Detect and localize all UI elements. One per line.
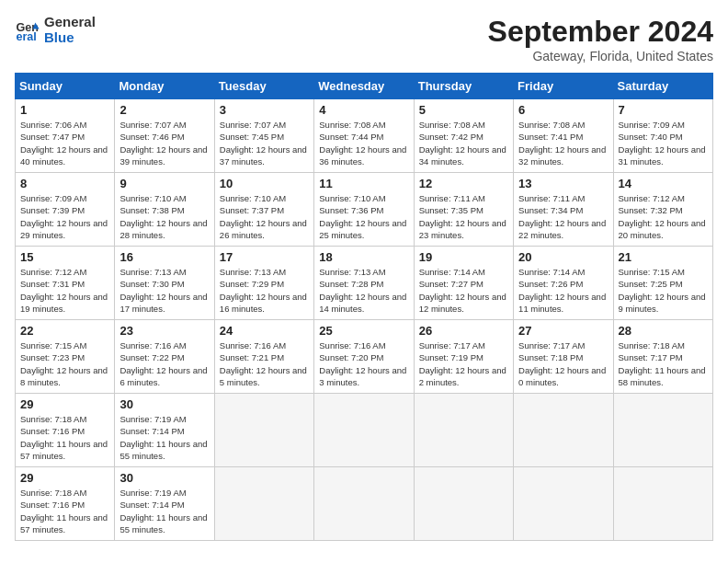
table-row: 6Sunrise: 7:08 AMSunset: 7:41 PMDaylight… bbox=[514, 99, 613, 173]
table-row bbox=[414, 394, 513, 467]
table-row: 26Sunrise: 7:17 AMSunset: 7:19 PMDayligh… bbox=[414, 320, 513, 394]
svg-text:eral: eral bbox=[16, 30, 36, 43]
location: Gateway, Florida, United States bbox=[488, 49, 713, 63]
table-row bbox=[414, 467, 513, 541]
table-row: 14Sunrise: 7:12 AMSunset: 7:32 PMDayligh… bbox=[613, 173, 712, 247]
table-row: 12Sunrise: 7:11 AMSunset: 7:35 PMDayligh… bbox=[414, 173, 513, 247]
table-row: 4Sunrise: 7:08 AMSunset: 7:44 PMDaylight… bbox=[314, 99, 414, 173]
header-sunday: Sunday bbox=[16, 74, 115, 99]
table-row bbox=[613, 467, 712, 541]
table-row: 29Sunrise: 7:18 AMSunset: 7:16 PMDayligh… bbox=[16, 394, 115, 467]
table-row: 19Sunrise: 7:14 AMSunset: 7:27 PMDayligh… bbox=[414, 247, 513, 320]
header-saturday: Saturday bbox=[613, 74, 712, 99]
table-row: 20Sunrise: 7:14 AMSunset: 7:26 PMDayligh… bbox=[514, 247, 613, 320]
header-friday: Friday bbox=[514, 74, 613, 99]
table-row bbox=[214, 394, 313, 467]
calendar-week-row: 29Sunrise: 7:18 AMSunset: 7:16 PMDayligh… bbox=[16, 467, 713, 541]
table-row: 3Sunrise: 7:07 AMSunset: 7:45 PMDaylight… bbox=[214, 99, 313, 173]
table-row: 30Sunrise: 7:19 AMSunset: 7:14 PMDayligh… bbox=[115, 394, 214, 467]
logo-line2: Blue bbox=[44, 30, 96, 46]
table-row: 28Sunrise: 7:18 AMSunset: 7:17 PMDayligh… bbox=[613, 320, 712, 394]
table-row bbox=[514, 467, 613, 541]
calendar-header-row: Sunday Monday Tuesday Wednesday Thursday… bbox=[16, 74, 713, 99]
month-title: September 2024 bbox=[488, 15, 713, 49]
table-row bbox=[514, 394, 613, 467]
logo: Gen eral General Blue bbox=[15, 15, 96, 45]
table-row bbox=[314, 467, 414, 541]
logo-line1: General bbox=[44, 15, 96, 30]
table-row: 24Sunrise: 7:16 AMSunset: 7:21 PMDayligh… bbox=[214, 320, 313, 394]
calendar-week-row: 8Sunrise: 7:09 AMSunset: 7:39 PMDaylight… bbox=[16, 173, 713, 247]
table-row bbox=[314, 394, 414, 467]
table-row: 22Sunrise: 7:15 AMSunset: 7:23 PMDayligh… bbox=[16, 320, 115, 394]
table-row: 21Sunrise: 7:15 AMSunset: 7:25 PMDayligh… bbox=[613, 247, 712, 320]
table-row: 7Sunrise: 7:09 AMSunset: 7:40 PMDaylight… bbox=[613, 99, 712, 173]
calendar-table: Sunday Monday Tuesday Wednesday Thursday… bbox=[15, 73, 713, 541]
table-row: 15Sunrise: 7:12 AMSunset: 7:31 PMDayligh… bbox=[16, 247, 115, 320]
table-row: 18Sunrise: 7:13 AMSunset: 7:28 PMDayligh… bbox=[314, 247, 414, 320]
header-tuesday: Tuesday bbox=[214, 74, 313, 99]
table-row bbox=[613, 394, 712, 467]
header-wednesday: Wednesday bbox=[314, 74, 414, 99]
title-block: September 2024 Gateway, Florida, United … bbox=[488, 15, 713, 63]
header: Gen eral General Blue September 2024 Gat… bbox=[15, 15, 713, 63]
table-row: 13Sunrise: 7:11 AMSunset: 7:34 PMDayligh… bbox=[514, 173, 613, 247]
table-row: 25Sunrise: 7:16 AMSunset: 7:20 PMDayligh… bbox=[314, 320, 414, 394]
table-row bbox=[214, 467, 313, 541]
table-row: 27Sunrise: 7:17 AMSunset: 7:18 PMDayligh… bbox=[514, 320, 613, 394]
table-row: 11Sunrise: 7:10 AMSunset: 7:36 PMDayligh… bbox=[314, 173, 414, 247]
table-row: 16Sunrise: 7:13 AMSunset: 7:30 PMDayligh… bbox=[115, 247, 214, 320]
table-row: 17Sunrise: 7:13 AMSunset: 7:29 PMDayligh… bbox=[214, 247, 313, 320]
table-row: 29Sunrise: 7:18 AMSunset: 7:16 PMDayligh… bbox=[16, 467, 115, 541]
calendar-week-row: 29Sunrise: 7:18 AMSunset: 7:16 PMDayligh… bbox=[16, 394, 713, 467]
logo-icon: Gen eral bbox=[15, 17, 40, 43]
calendar-week-row: 15Sunrise: 7:12 AMSunset: 7:31 PMDayligh… bbox=[16, 247, 713, 320]
header-thursday: Thursday bbox=[414, 74, 513, 99]
table-row: 23Sunrise: 7:16 AMSunset: 7:22 PMDayligh… bbox=[115, 320, 214, 394]
table-row: 10Sunrise: 7:10 AMSunset: 7:37 PMDayligh… bbox=[214, 173, 313, 247]
table-row: 30Sunrise: 7:19 AMSunset: 7:14 PMDayligh… bbox=[115, 467, 214, 541]
table-row: 1Sunrise: 7:06 AMSunset: 7:47 PMDaylight… bbox=[16, 99, 115, 173]
table-row: 8Sunrise: 7:09 AMSunset: 7:39 PMDaylight… bbox=[16, 173, 115, 247]
table-row: 2Sunrise: 7:07 AMSunset: 7:46 PMDaylight… bbox=[115, 99, 214, 173]
calendar-week-row: 22Sunrise: 7:15 AMSunset: 7:23 PMDayligh… bbox=[16, 320, 713, 394]
table-row: 5Sunrise: 7:08 AMSunset: 7:42 PMDaylight… bbox=[414, 99, 513, 173]
calendar-week-row: 1Sunrise: 7:06 AMSunset: 7:47 PMDaylight… bbox=[16, 99, 713, 173]
header-monday: Monday bbox=[115, 74, 214, 99]
table-row: 9Sunrise: 7:10 AMSunset: 7:38 PMDaylight… bbox=[115, 173, 214, 247]
